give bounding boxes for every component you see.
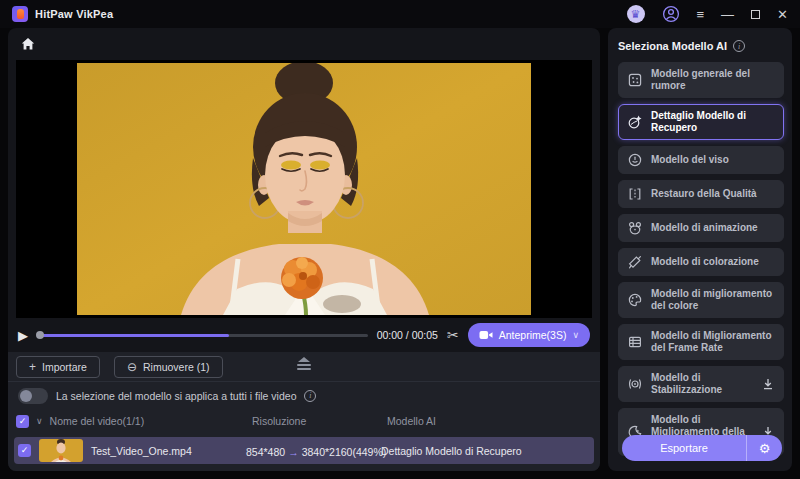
- time-display: 00:00 / 00:05: [377, 329, 438, 341]
- import-button[interactable]: + Importare: [16, 356, 100, 378]
- video-frame-image: [77, 63, 531, 315]
- info-icon[interactable]: i: [304, 390, 316, 402]
- export-button-label: Esportare: [622, 442, 746, 454]
- home-icon[interactable]: [20, 36, 36, 52]
- frame-rate-icon: [627, 334, 643, 350]
- model-item-stabilization[interactable]: Modello di Stabilizzazione: [618, 366, 784, 402]
- export-settings-gear-icon[interactable]: ⚙: [746, 435, 782, 461]
- animation-icon: [627, 220, 643, 236]
- stabilization-icon: [627, 376, 643, 392]
- column-header-name: Nome del video(1/1): [50, 415, 145, 427]
- apply-all-toggle[interactable]: [18, 388, 48, 404]
- preview-range-fill: [37, 334, 229, 337]
- column-header-model: Modello AI: [387, 415, 592, 427]
- file-table-header: ✓ ∨ Nome del video(1/1) Risoluzione Mode…: [8, 409, 600, 433]
- detail-recovery-icon: [627, 114, 643, 130]
- model-item-color-enhance[interactable]: Modello di miglioramento del colore: [618, 282, 784, 318]
- row-model: Dettaglio Modello di Recupero: [381, 445, 586, 457]
- app-title: HitPaw VikPea: [35, 8, 113, 20]
- video-preview[interactable]: [16, 60, 592, 318]
- collapse-panel-handle[interactable]: [297, 357, 311, 370]
- trim-scissors-icon[interactable]: ✂: [447, 328, 459, 342]
- sidebar-title: Seleziona Modello AI: [618, 40, 727, 52]
- model-item-detail-recovery[interactable]: Dettaglio Modello di Recupero: [618, 104, 784, 140]
- vip-crown-icon[interactable]: ♛: [627, 5, 645, 23]
- maximize-button[interactable]: [751, 10, 760, 19]
- close-button[interactable]: ✕: [777, 8, 788, 21]
- color-enhance-icon: [627, 292, 643, 308]
- seek-handle[interactable]: [36, 331, 44, 339]
- model-item-animation[interactable]: Modello di animazione: [618, 214, 784, 242]
- remove-button[interactable]: ⊖ Rimuovere (1): [114, 356, 223, 378]
- minus-circle-icon: ⊖: [127, 361, 137, 373]
- model-item-general-noise[interactable]: Modello generale del rumore: [618, 62, 784, 98]
- chevron-down-icon: ∨: [572, 330, 579, 340]
- noise-icon: [627, 72, 643, 88]
- model-item-quality-restore[interactable]: Restauro della Qualità: [618, 180, 784, 208]
- apply-all-label: La selezione del modello si applica a tu…: [56, 390, 296, 402]
- quality-restore-icon: [627, 186, 643, 202]
- preview-button-label: Anteprime(3S): [499, 329, 567, 341]
- resolution-to: 3840*2160(449%): [302, 446, 387, 458]
- model-item-colorize[interactable]: Modello di colorazione: [618, 248, 784, 276]
- title-bar: HitPaw VikPea ♛ ≡ — ✕: [0, 0, 800, 28]
- seek-bar[interactable]: [37, 334, 368, 337]
- preview-panel: ▶ 00:00 / 00:05 ✂ Anteprime(3S) ∨ +: [8, 28, 600, 471]
- model-sidebar: Seleziona Modello AI i Modello generale …: [608, 28, 792, 471]
- upscale-arrow-icon: →: [285, 446, 302, 458]
- app-logo-icon: [12, 6, 28, 22]
- face-icon: [627, 152, 643, 168]
- play-button[interactable]: ▶: [18, 329, 28, 342]
- plus-icon: +: [29, 361, 36, 373]
- video-thumbnail: [39, 439, 83, 462]
- chevron-down-icon[interactable]: ∨: [36, 417, 43, 426]
- column-header-resolution: Risoluzione: [252, 415, 387, 427]
- table-row[interactable]: ✓ Test_Video_One.mp4 854: [14, 437, 594, 464]
- model-item-frame-rate[interactable]: Modello di Miglioramento del Frame Rate: [618, 324, 784, 360]
- export-button[interactable]: Esportare ⚙: [622, 435, 782, 461]
- model-item-face[interactable]: Modello del viso: [618, 146, 784, 174]
- row-checkbox[interactable]: ✓: [18, 444, 31, 457]
- colorize-icon: [627, 254, 643, 270]
- menu-icon[interactable]: ≡: [697, 8, 705, 21]
- account-icon[interactable]: [662, 5, 680, 23]
- camera-icon: [479, 329, 493, 341]
- select-all-checkbox[interactable]: ✓: [16, 415, 29, 428]
- preview-button[interactable]: Anteprime(3S) ∨: [468, 323, 590, 347]
- info-icon[interactable]: i: [733, 40, 745, 52]
- file-list-panel: + Importare ⊖ Rimuovere (1) La selezione…: [8, 352, 600, 471]
- resolution-from: 854*480: [246, 446, 285, 458]
- app-window: HitPaw VikPea ♛ ≡ — ✕: [0, 0, 800, 479]
- download-icon[interactable]: [761, 377, 775, 391]
- playback-controls: ▶ 00:00 / 00:05 ✂ Anteprime(3S) ∨: [8, 318, 600, 352]
- file-name: Test_Video_One.mp4: [91, 445, 192, 457]
- minimize-button[interactable]: —: [721, 8, 734, 21]
